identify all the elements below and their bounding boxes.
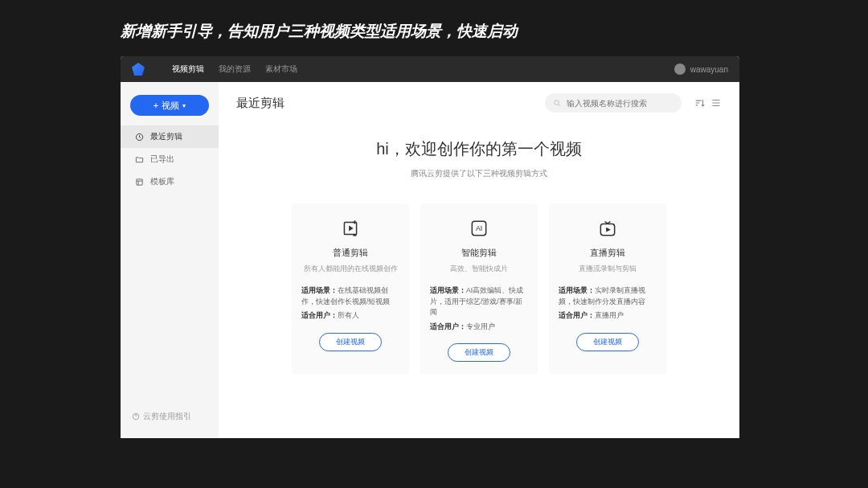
annotation-text: 新增新手引导，告知用户三种视频类型适用场景，快速启动 <box>0 0 868 56</box>
app-logo <box>132 63 145 76</box>
card-smart-edit: AI 智能剪辑 高效、智能快成片 适用场景：AI高效编辑、快成片，适用于综艺/游… <box>420 203 538 375</box>
svg-point-3 <box>555 100 559 104</box>
sidebar-item-exported[interactable]: 已导出 <box>121 148 219 170</box>
plus-icon: + <box>154 100 158 110</box>
card-title: 智能剪辑 <box>430 247 528 259</box>
svg-text:AI: AI <box>476 224 482 232</box>
page-title: 最近剪辑 <box>236 96 285 111</box>
card-subtitle: 所有人都能用的在线视频创作 <box>301 264 399 274</box>
sidebar-item-label: 最近剪辑 <box>150 131 182 142</box>
clip-icon <box>340 218 361 239</box>
username: wawayuan <box>690 65 728 74</box>
card-user: 适合用户：专业用户 <box>430 322 528 333</box>
nav-item-market[interactable]: 素材市场 <box>265 64 297 75</box>
avatar[interactable] <box>674 64 686 75</box>
card-row: 普通剪辑 所有人都能用的在线视频创作 适用场景：在线基础视频创作，快速创作长视频… <box>236 203 722 375</box>
main-header: 最近剪辑 <box>236 93 722 113</box>
card-user: 适合用户：所有人 <box>301 310 399 322</box>
card-scene: 适用场景：AI高效编辑、快成片，适用于综艺/游戏/赛事/新闻 <box>430 285 528 318</box>
welcome-block: hi，欢迎创作你的第一个视频 腾讯云剪提供了以下三种视频剪辑方式 <box>236 138 722 179</box>
main-panel: 最近剪辑 hi，欢迎创作你的第一个视频 腾讯云剪提供了以下三种视频剪辑方式 <box>219 82 739 438</box>
sidebar-item-label: 已导出 <box>150 154 174 165</box>
sidebar-footer-label: 云剪使用指引 <box>143 411 191 422</box>
sort-icon[interactable] <box>694 97 706 109</box>
search-box[interactable] <box>545 93 682 113</box>
card-scene: 适用场景：在线基础视频创作，快速创作长视频/短视频 <box>301 285 399 307</box>
sidebar-item-label: 模板库 <box>150 176 174 187</box>
create-button[interactable]: 创建视频 <box>319 333 382 351</box>
nav-item-resources[interactable]: 我的资源 <box>219 64 251 75</box>
sidebar: + 视频 ▾ 最近剪辑 已导出 模板库 <box>121 82 219 438</box>
sidebar-item-templates[interactable]: 模板库 <box>121 170 219 193</box>
live-icon <box>597 218 618 239</box>
folder-icon <box>135 155 144 164</box>
sidebar-footer-guide[interactable]: 云剪使用指引 <box>121 403 219 430</box>
new-button-label: 视频 <box>162 100 179 112</box>
create-button[interactable]: 创建视频 <box>576 333 639 351</box>
card-normal-edit: 普通剪辑 所有人都能用的在线视频创作 适用场景：在线基础视频创作，快速创作长视频… <box>292 203 409 375</box>
sidebar-item-recent[interactable]: 最近剪辑 <box>121 125 219 148</box>
card-user: 适合用户：直播用户 <box>559 310 657 322</box>
card-subtitle: 高效、智能快成片 <box>430 264 528 274</box>
nav-item-editor[interactable]: 视频剪辑 <box>172 64 204 75</box>
svg-rect-1 <box>137 178 142 184</box>
create-button[interactable]: 创建视频 <box>448 343 510 362</box>
ai-icon: AI <box>469 218 489 239</box>
new-video-button[interactable]: + 视频 ▾ <box>130 95 209 116</box>
card-subtitle: 直播流录制与剪辑 <box>559 264 657 274</box>
help-icon <box>132 412 140 420</box>
search-input[interactable] <box>567 99 674 108</box>
welcome-heading: hi，欢迎创作你的第一个视频 <box>236 138 722 160</box>
search-icon <box>553 99 562 108</box>
card-live-edit: 直播剪辑 直播流录制与剪辑 适用场景：实时录制直播视频，快速制作分发直播内容 适… <box>549 203 666 375</box>
app-body: + 视频 ▾ 最近剪辑 已导出 模板库 <box>121 82 739 438</box>
chevron-down-icon: ▾ <box>182 102 186 109</box>
list-view-icon[interactable] <box>710 97 722 109</box>
card-title: 普通剪辑 <box>301 247 399 259</box>
clock-icon <box>135 133 144 141</box>
topbar: 视频剪辑 我的资源 素材市场 wawayuan <box>121 56 739 82</box>
template-icon <box>135 178 144 187</box>
app-window: 视频剪辑 我的资源 素材市场 wawayuan + 视频 ▾ 最近剪辑 <box>121 56 739 438</box>
card-title: 直播剪辑 <box>559 247 657 259</box>
card-scene: 适用场景：实时录制直播视频，快速制作分发直播内容 <box>559 285 657 307</box>
welcome-subheading: 腾讯云剪提供了以下三种视频剪辑方式 <box>236 168 722 179</box>
